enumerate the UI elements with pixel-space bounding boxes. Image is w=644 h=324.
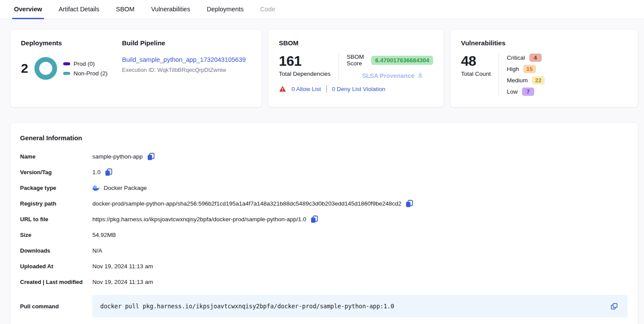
copy-registry-path-button[interactable] (405, 199, 414, 208)
severity-list: Critical 4 High 15 Medium 22 Low 7 (507, 54, 544, 96)
copy-url-button[interactable] (310, 215, 319, 223)
sbom-divider (339, 54, 339, 80)
row-downloads: Downloads N/A (20, 243, 627, 258)
url-to-file-label: URL to file (20, 216, 92, 223)
sbom-score-badge: 6.470017636684304 (371, 56, 433, 65)
slsa-provenance-link[interactable]: SLSA Provenance (362, 72, 424, 80)
sbom-card: SBOM 161 Total Dependencies SBOM Score 6… (268, 30, 444, 107)
tab-deployments[interactable]: Deployments (205, 0, 245, 19)
execution-id-text: Execution ID: WqkTiIbBRqecQrpDtZwniw (122, 67, 251, 73)
uploaded-at-label: Uploaded At (20, 263, 92, 270)
name-label: Name (20, 153, 92, 160)
vulnerabilities-total-block: 48 Total Count (461, 54, 491, 96)
pipeline-link[interactable]: Build_sample_python_app_1732043105639 (122, 56, 246, 63)
row-registry-path: Registry path docker-prod/sample-python-… (20, 196, 627, 211)
size-label: Size (20, 232, 92, 238)
legend-nonprod-label: Non-Prod (2) (74, 70, 108, 77)
row-uploaded-at: Uploaded At Nov 19, 2024 11:13 am (20, 258, 627, 274)
tab-code: Code (258, 0, 277, 19)
package-type-value: Docker Package (104, 185, 147, 191)
url-to-file-value: https://pkg.harness.io/ikpsjoavtcwxnqisy… (92, 216, 306, 223)
name-value: sample-python-app (92, 153, 143, 160)
severity-medium-label: Medium (507, 77, 528, 84)
downloads-value: N/A (92, 247, 102, 254)
sbom-total-block: 161 Total Dependencies (279, 54, 331, 80)
uploaded-at-value: Nov 19, 2024 11:13 am (92, 263, 153, 270)
row-url-to-file: URL to file https://pkg.harness.io/ikpsj… (20, 211, 627, 227)
build-pipeline-section: Build Pipeline Build_sample_python_app_1… (122, 39, 251, 98)
row-size: Size 54.92MB (20, 227, 627, 243)
summary-cards-row: Deployments 2 Prod (0) Non-Prod (2) Buil… (0, 19, 644, 107)
allow-list-link[interactable]: 0 Allow List (291, 86, 321, 92)
download-icon (417, 72, 424, 80)
row-created-modified: Created | Last modified Nov 19, 2024 11:… (20, 274, 627, 290)
deny-list-violation-link[interactable]: 0 Deny List Violation (332, 86, 386, 92)
copy-name-button[interactable] (147, 152, 155, 161)
row-package-type: Package type Docker Package (20, 180, 627, 196)
severity-low-label: Low (507, 88, 518, 95)
sbom-total-label: Total Dependencies (279, 71, 331, 77)
legend-item-prod: Prod (0) (63, 61, 108, 67)
severity-medium-count-badge: 22 (532, 76, 544, 84)
registry-path-value: docker-prod/sample-python-app/sha256:596… (92, 200, 401, 207)
vulnerabilities-total-label: Total Count (461, 71, 491, 77)
deployments-donut-chart (34, 57, 57, 80)
version-tag-value: 1.0 (92, 169, 101, 176)
legend-prod-label: Prod (0) (74, 61, 95, 67)
docker-icon (92, 185, 100, 191)
version-tag-label: Version/Tag (20, 169, 92, 176)
package-type-label: Package type (20, 185, 92, 191)
legend-item-nonprod: Non-Prod (2) (63, 70, 108, 77)
severity-critical-label: Critical (507, 54, 525, 61)
downloads-label: Downloads (20, 247, 92, 254)
deployments-total-count: 2 (21, 61, 28, 76)
row-name: Name sample-python-app (20, 148, 627, 164)
severity-low-count-badge: 7 (522, 88, 534, 96)
sbom-total-count: 161 (279, 54, 331, 69)
vulnerabilities-divider (498, 54, 499, 96)
severity-row-critical: Critical 4 (507, 54, 544, 62)
nonprod-swatch-icon (63, 72, 70, 75)
created-modified-value: Nov 19, 2024 11:13 am (92, 279, 153, 285)
tab-bar: Overview Artifact Details SBOM Vulnerabi… (0, 0, 644, 19)
vulnerabilities-title: Vulnerabilities (461, 39, 627, 47)
severity-row-medium: Medium 22 (507, 76, 544, 84)
build-pipeline-title: Build Pipeline (122, 39, 251, 47)
sbom-score-label: SBOM Score (347, 54, 367, 67)
slsa-provenance-label: SLSA Provenance (362, 72, 414, 79)
links-separator (326, 85, 327, 92)
created-modified-label: Created | Last modified (20, 279, 92, 285)
pull-command-label: Pull command (20, 303, 92, 310)
severity-row-low: Low 7 (507, 88, 544, 96)
severity-row-high: High 15 (507, 65, 544, 73)
copy-version-button[interactable] (105, 168, 113, 176)
vulnerabilities-total-count: 48 (461, 54, 491, 69)
prod-swatch-icon (63, 62, 70, 65)
tab-artifact-details[interactable]: Artifact Details (57, 0, 101, 19)
tab-overview[interactable]: Overview (12, 0, 44, 19)
deployments-card: Deployments 2 Prod (0) Non-Prod (2) Buil… (10, 30, 261, 107)
severity-high-count-badge: 15 (523, 65, 536, 73)
general-information-card: General Information Name sample-python-a… (10, 123, 638, 324)
size-value: 54.92MB (92, 232, 116, 238)
vulnerabilities-card: Vulnerabilities 48 Total Count Critical … (451, 30, 638, 107)
general-information-title: General Information (20, 134, 627, 142)
sbom-title: SBOM (279, 39, 433, 47)
warning-icon (279, 85, 286, 92)
pull-command-block: docker pull pkg.harness.io/ikpsjoavtcwxn… (92, 295, 627, 317)
row-version-tag: Version/Tag 1.0 (20, 164, 627, 180)
copy-pull-command-button[interactable] (610, 303, 618, 310)
registry-path-label: Registry path (20, 200, 92, 207)
severity-critical-count-badge: 4 (529, 54, 542, 62)
deployments-title: Deployments (21, 39, 122, 47)
severity-high-label: High (507, 66, 519, 72)
row-pull-command: Pull command docker pull pkg.harness.io/… (20, 295, 627, 317)
deployments-legend: Prod (0) Non-Prod (2) (63, 61, 108, 77)
tab-vulnerabilities[interactable]: Vulnerabilities (149, 0, 192, 19)
pull-command-value: docker pull pkg.harness.io/ikpsjoavtcwxn… (100, 303, 394, 310)
deployments-section: Deployments 2 Prod (0) Non-Prod (2) (21, 39, 122, 98)
tab-sbom[interactable]: SBOM (114, 0, 136, 19)
